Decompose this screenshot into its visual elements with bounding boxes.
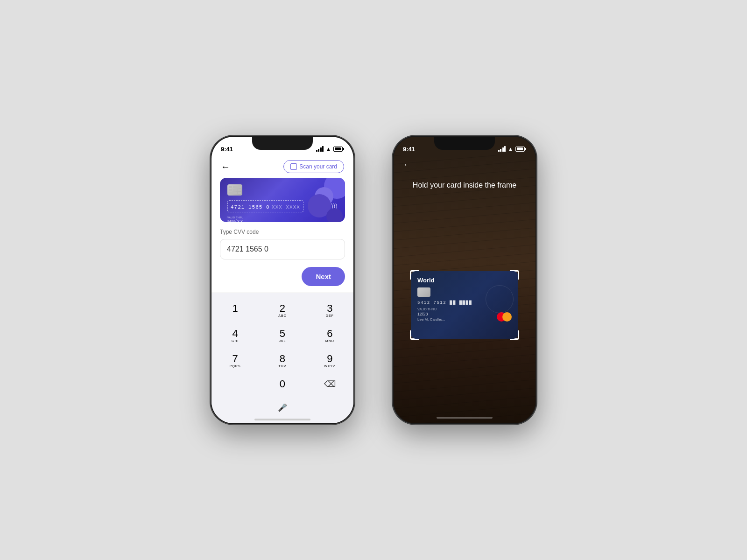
dark-content: ← Hold your card inside the frame xyxy=(394,155,536,423)
key-8[interactable]: 8 TUV xyxy=(259,348,306,373)
card-number: 4721 1565 0 xyxy=(231,204,270,210)
scan-icon xyxy=(290,163,297,170)
wifi-icon: ▲ xyxy=(326,146,331,152)
card-decoration xyxy=(298,178,345,222)
battery-icon-dark xyxy=(515,147,526,152)
card-frame-area: World 5412 7512 ██ ████ VALID THRU 12/23… xyxy=(394,197,536,413)
key-6[interactable]: 6 MNO xyxy=(306,323,353,348)
card-globe xyxy=(486,285,514,313)
dark-header: ← xyxy=(394,155,536,174)
back-button-dark[interactable]: ← xyxy=(403,159,412,169)
key-9[interactable]: 9 WXYZ xyxy=(306,348,353,373)
battery-icon xyxy=(333,147,344,152)
dark-mastercard-logo xyxy=(497,312,512,322)
card-chip xyxy=(227,184,242,196)
notch xyxy=(252,137,313,150)
key-delete[interactable]: ⌫ xyxy=(306,373,353,395)
key-3[interactable]: 3 DEF xyxy=(306,298,353,323)
status-icons-dark: ▲ xyxy=(498,146,526,152)
signal-icon xyxy=(316,146,324,152)
time-light: 9:41 xyxy=(221,146,233,153)
key-7[interactable]: 7 PQRS xyxy=(211,348,259,373)
home-indicator-light xyxy=(254,419,310,420)
dark-instruction: Hold your card inside the frame xyxy=(394,174,536,197)
mic-icon[interactable]: 🎤 xyxy=(278,403,287,412)
key-0[interactable]: 0 xyxy=(259,373,306,395)
scan-card-button[interactable]: Scan your card xyxy=(283,160,344,173)
dark-card-chip xyxy=(417,287,430,297)
light-content: ← Scan your card xyxy=(211,155,353,423)
cvv-label: Type CVV code xyxy=(220,229,345,235)
key-1[interactable]: 1 xyxy=(211,298,259,323)
key-5[interactable]: 5 JKL xyxy=(259,323,306,348)
key-empty xyxy=(211,373,259,395)
credit-card-visual: 4721 1565 0 XXX XXXX )))​ VALID THRU MM/… xyxy=(220,178,345,222)
time-dark: 9:41 xyxy=(403,146,415,153)
mic-bar: 🎤 xyxy=(211,399,353,416)
light-header: ← Scan your card xyxy=(211,155,353,178)
delete-icon: ⌫ xyxy=(324,379,336,389)
home-bar-light xyxy=(211,416,353,423)
signal-icon-dark xyxy=(498,146,506,152)
scanned-card: World 5412 7512 ██ ████ VALID THRU 12/23… xyxy=(411,271,518,339)
dark-card-name: Lee M. Cardho... xyxy=(417,317,445,322)
dark-card-info: VALID THRU 12/23 Lee M. Cardho... xyxy=(417,308,445,322)
status-icons-light: ▲ xyxy=(316,146,344,152)
home-bar-dark xyxy=(394,413,536,423)
back-button-light[interactable]: ← xyxy=(221,161,230,172)
phone-dark: 9:41 ▲ xyxy=(392,135,537,425)
next-btn-container: Next xyxy=(211,264,353,293)
key-4[interactable]: 4 GHI xyxy=(211,323,259,348)
home-indicator-dark xyxy=(437,417,493,419)
cvv-input[interactable] xyxy=(220,239,345,259)
card-number-masked: XXX XXXX xyxy=(272,204,300,210)
notch-dark xyxy=(434,137,495,150)
scanned-card-visual: World 5412 7512 ██ ████ VALID THRU 12/23… xyxy=(411,271,518,339)
key-2[interactable]: 2 ABC xyxy=(259,298,306,323)
phone-light: 9:41 ▲ ← xyxy=(210,135,355,425)
card-world-label: World xyxy=(417,277,512,284)
wifi-icon-dark: ▲ xyxy=(508,146,513,152)
next-button[interactable]: Next xyxy=(302,267,345,286)
scan-button-label: Scan your card xyxy=(299,163,337,170)
dark-card-date: 12/23 xyxy=(417,312,445,316)
dark-card-valid-label: VALID THRU xyxy=(417,308,445,311)
card-number-dashed: 4721 1565 0 XXX XXXX xyxy=(227,200,303,212)
numpad: 1 2 ABC 3 DEF 4 GHI 5 JKL xyxy=(211,293,353,399)
cvv-section: Type CVV code xyxy=(211,229,353,264)
